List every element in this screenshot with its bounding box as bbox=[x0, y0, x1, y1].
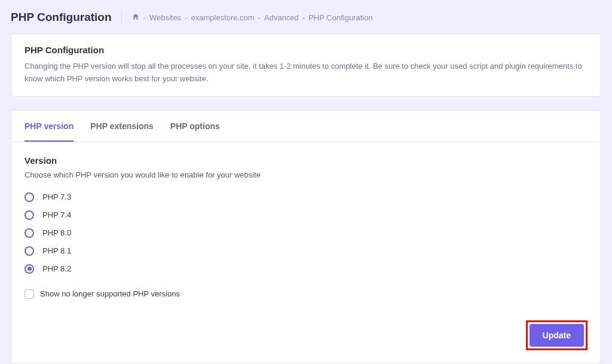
panel-body: Version Choose which PHP version you wou… bbox=[11, 142, 601, 363]
tab-php-version[interactable]: PHP version bbox=[25, 111, 74, 142]
radio-php-8-1[interactable]: PHP 8.1 bbox=[25, 246, 587, 256]
breadcrumb-sep: - bbox=[302, 13, 305, 22]
breadcrumb-websites[interactable]: Websites bbox=[149, 13, 181, 22]
info-card-description: Changing the PHP version will stop all t… bbox=[25, 60, 587, 85]
radio-label: PHP 8.0 bbox=[42, 228, 71, 237]
breadcrumb-sep: - bbox=[143, 13, 146, 22]
breadcrumb-advanced[interactable]: Advanced bbox=[264, 13, 299, 22]
home-icon[interactable] bbox=[131, 13, 140, 23]
checkbox-icon bbox=[25, 289, 34, 299]
tab-label: PHP extensions bbox=[90, 121, 154, 131]
update-button[interactable]: Update bbox=[530, 324, 584, 347]
radio-php-8-0[interactable]: PHP 8.0 bbox=[25, 228, 587, 238]
section-description: Choose which PHP version you would like … bbox=[25, 170, 587, 179]
panel-footer: Update bbox=[25, 320, 587, 350]
breadcrumb-domain[interactable]: examplestore.com bbox=[191, 13, 254, 22]
radio-php-7-3[interactable]: PHP 7.3 bbox=[25, 192, 587, 202]
php-version-radio-list: PHP 7.3 PHP 7.4 PHP 8.0 PHP 8.1 PHP 8.2 bbox=[25, 192, 587, 274]
checkbox-label: Show no longer supported PHP versions bbox=[40, 289, 180, 298]
tab-label: PHP version bbox=[25, 121, 74, 131]
radio-icon bbox=[25, 192, 34, 202]
tab-list: PHP version PHP extensions PHP options bbox=[11, 111, 601, 142]
radio-icon bbox=[25, 264, 34, 274]
section-title: Version bbox=[25, 155, 587, 166]
breadcrumb-current: PHP Configuration bbox=[308, 13, 372, 22]
page-title: PHP Configuration bbox=[11, 11, 112, 24]
tab-php-options[interactable]: PHP options bbox=[170, 111, 220, 142]
divider bbox=[121, 11, 122, 23]
radio-label: PHP 7.3 bbox=[42, 192, 71, 201]
page-header: PHP Configuration - Websites - examplest… bbox=[11, 11, 601, 24]
breadcrumb-sep: - bbox=[185, 13, 187, 22]
breadcrumb-sep: - bbox=[258, 13, 261, 22]
radio-label: PHP 7.4 bbox=[42, 210, 71, 219]
radio-icon bbox=[25, 246, 34, 256]
show-unsupported-checkbox[interactable]: Show no longer supported PHP versions bbox=[25, 289, 587, 299]
tab-label: PHP options bbox=[170, 121, 220, 131]
main-panel: PHP version PHP extensions PHP options V… bbox=[11, 110, 601, 364]
radio-php-7-4[interactable]: PHP 7.4 bbox=[25, 210, 587, 220]
radio-dot-icon bbox=[27, 267, 32, 271]
radio-icon bbox=[25, 228, 34, 238]
radio-icon bbox=[25, 210, 34, 220]
update-button-label: Update bbox=[543, 331, 571, 340]
radio-label: PHP 8.1 bbox=[42, 246, 71, 255]
radio-label: PHP 8.2 bbox=[42, 264, 71, 273]
radio-php-8-2[interactable]: PHP 8.2 bbox=[25, 264, 587, 274]
update-highlight: Update bbox=[526, 320, 587, 350]
tab-php-extensions[interactable]: PHP extensions bbox=[90, 111, 154, 142]
info-card: PHP Configuration Changing the PHP versi… bbox=[11, 33, 601, 97]
info-card-title: PHP Configuration bbox=[25, 45, 587, 55]
breadcrumb[interactable]: - Websites - examplestore.com - Advanced… bbox=[131, 13, 373, 23]
